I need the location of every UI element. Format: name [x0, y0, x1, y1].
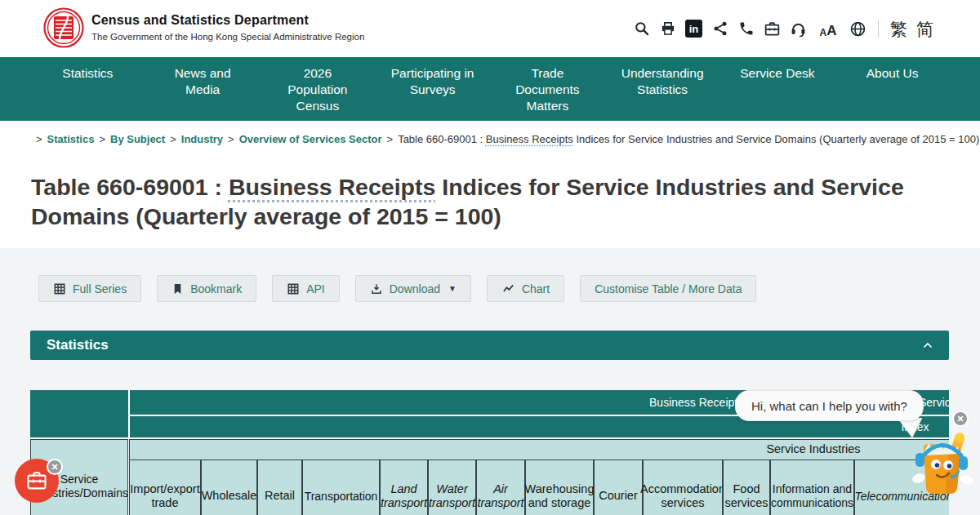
censtatd-logo[interactable] [43, 7, 84, 48]
statistics-section-header[interactable]: Statistics [30, 331, 949, 360]
group-header-service-industries: Service Industries [129, 439, 949, 460]
col-import-export-trade: Import/export trade [129, 460, 201, 515]
nav-service-desk[interactable]: Service Desk [720, 57, 835, 121]
col-courier: Courier [594, 460, 643, 515]
org-identity: Census and Statistics Department The Gov… [91, 13, 364, 42]
chevron-up-icon [921, 339, 934, 352]
lang-simplified-link[interactable]: 简 [916, 20, 933, 38]
full-series-button[interactable]: Full Series [38, 275, 141, 302]
col-information-and-communications: Information and communications [770, 460, 854, 515]
breadcrumb: > Statistics > By Subject > Industry > O… [31, 132, 954, 145]
org-name: Census and Statistics Department [91, 13, 364, 28]
download-icon [370, 282, 383, 295]
col-food-services: Food services [723, 460, 770, 515]
nav-2026-population-census[interactable]: 2026 Population Census [261, 57, 376, 121]
col-warehousing-and-storage: Warehousing and storage [525, 460, 594, 515]
table-corner-dark-cell [30, 390, 128, 437]
breadcrumb-overview-of-services-sector[interactable]: Overview of Services Sector [239, 133, 382, 145]
language-globe-icon[interactable] [849, 20, 866, 38]
lang-traditional-link[interactable]: 繁 [890, 20, 907, 38]
org-subtitle: The Government of the Hong Kong Special … [91, 32, 364, 42]
print-icon[interactable] [659, 20, 676, 38]
breadcrumb-current: Table 660-69001 : Business Receipts Indi… [398, 133, 979, 145]
chart-button[interactable]: Chart [487, 275, 564, 302]
nav-trade-documents-matters[interactable]: Trade Documents Matters [490, 57, 605, 121]
api-button[interactable]: API [272, 275, 340, 302]
linkedin-icon[interactable]: in [685, 20, 702, 38]
chatbot-greeting-bubble[interactable]: Hi, what can I help you with? [735, 390, 924, 421]
download-button[interactable]: Download ▼ [355, 275, 471, 302]
nav-participating-in-surveys[interactable]: Participating in Surveys [375, 57, 490, 121]
main-nav: Statistics News and Media 2026 Populatio… [0, 57, 980, 121]
nav-statistics[interactable]: Statistics [30, 57, 145, 121]
breadcrumb-by-subject[interactable]: By Subject [110, 133, 165, 145]
col-accommodation-services: Accommodation services [643, 460, 723, 515]
page: Census and Statistics Department The Gov… [0, 0, 980, 515]
chevron-down-icon: ▼ [448, 284, 457, 293]
nav-about-us[interactable]: About Us [835, 57, 950, 121]
site-header: Census and Statistics Department The Gov… [0, 0, 980, 57]
glossary-term-business-receipts-title[interactable]: Business Receipts [229, 174, 435, 200]
glossary-term-business-receipts[interactable]: Business Receipts [486, 133, 573, 145]
close-chat-fab-icon[interactable]: ✕ [47, 459, 63, 475]
search-icon[interactable] [633, 20, 650, 38]
col-air-transport: Air transport [476, 460, 525, 515]
statistics-section-title: Statistics [47, 337, 109, 353]
col-wholesale: Wholesale [201, 460, 257, 515]
breadcrumb-statistics[interactable]: Statistics [47, 133, 95, 145]
toolbox-icon [25, 469, 48, 492]
close-chatbot-icon[interactable]: ✕ [952, 411, 969, 427]
col-water-transport: Water transport [428, 460, 476, 515]
nav-news-and-media[interactable]: News and Media [145, 57, 261, 121]
breadcrumb-industry[interactable]: Industry [181, 133, 223, 145]
chatbot-mascot[interactable] [911, 431, 973, 498]
phone-icon[interactable] [737, 20, 755, 38]
col-retail: Retail [257, 460, 302, 515]
toolbox-icon[interactable] [764, 20, 781, 38]
share-icon[interactable] [711, 20, 728, 38]
header-icon-toolbar: in AA 繁 简 [633, 17, 933, 40]
table-toolbar: Full Series Bookmark API Download ▼ Char… [38, 275, 756, 302]
col-transportation: Transportation [302, 460, 380, 515]
customise-table-button[interactable]: Customise Table / More Data [580, 275, 756, 302]
bookmark-icon [172, 282, 184, 295]
headset-icon[interactable] [790, 20, 807, 38]
col-land-transport: Land transport [380, 460, 428, 515]
bookmark-button[interactable]: Bookmark [157, 275, 256, 302]
grid-icon [53, 282, 66, 295]
page-title: Table 660-69001 : Business Receipts Indi… [31, 172, 942, 231]
divider [878, 20, 879, 38]
nav-understanding-statistics[interactable]: Understanding Statistics [605, 57, 720, 121]
grid-icon [287, 282, 300, 295]
text-size-icon[interactable]: AA [816, 20, 840, 38]
chart-icon [501, 282, 515, 295]
